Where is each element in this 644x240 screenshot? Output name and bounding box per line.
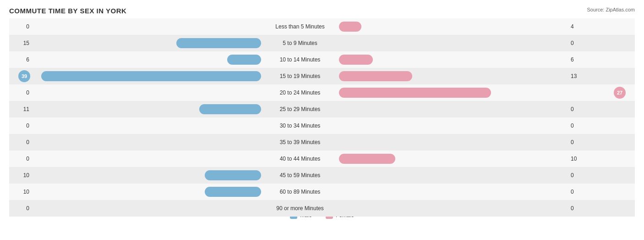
female-bar (339, 88, 491, 98)
male-value: 10 (9, 189, 32, 195)
chart-container: COMMUTE TIME BY SEX IN YORK Source: ZipA… (0, 0, 644, 240)
female-bar-area (339, 71, 568, 81)
male-bubble: 39 (18, 70, 30, 82)
table-row: 0 35 to 39 Minutes 0 (9, 134, 635, 151)
female-bar-area (339, 22, 568, 32)
male-value: 15 (9, 40, 32, 46)
female-bar-area (339, 104, 568, 114)
row-label: 35 to 39 Minutes (261, 139, 339, 145)
male-value: 11 (9, 106, 32, 112)
table-row: 0 Less than 5 Minutes 4 (9, 18, 635, 35)
female-value: 0 (568, 172, 591, 179)
male-bar (41, 71, 261, 81)
row-label: 10 to 14 Minutes (261, 56, 339, 63)
female-bar-area (339, 121, 568, 131)
male-bar-area (32, 38, 261, 48)
female-bar-area (339, 154, 568, 164)
female-bar-area (339, 55, 568, 65)
female-bar (339, 71, 412, 81)
table-row: 0 40 to 44 Minutes 10 (9, 151, 635, 167)
female-value: 0 (568, 40, 591, 46)
female-bar-area (339, 170, 568, 180)
row-label: 5 to 9 Minutes (261, 40, 339, 46)
row-label: 40 to 44 Minutes (261, 156, 339, 162)
female-value: 13 (568, 73, 591, 79)
female-bar-area (339, 187, 568, 197)
female-bubble: 27 (614, 87, 626, 99)
male-bar-area (32, 121, 261, 131)
female-bar-area (339, 38, 568, 48)
male-value: 0 (9, 89, 32, 96)
male-bar-area (32, 203, 261, 213)
male-bar (176, 38, 261, 48)
female-value: 10 (568, 156, 591, 162)
male-value: 0 (9, 156, 32, 162)
female-bar (339, 55, 373, 65)
female-bar (339, 22, 361, 32)
female-bar-area (339, 137, 568, 147)
table-row: 0 30 to 34 Minutes 0 (9, 117, 635, 134)
male-value: 6 (9, 56, 32, 63)
male-bar (205, 187, 261, 197)
female-value: 0 (568, 123, 591, 129)
female-bar (339, 154, 395, 164)
row-label: 90 or more Minutes (261, 205, 339, 212)
male-bar-area (32, 22, 261, 32)
table-row: 10 60 to 89 Minutes 0 (9, 184, 635, 200)
row-label: 15 to 19 Minutes (261, 73, 339, 79)
male-bar-area: 39 (32, 71, 261, 81)
female-value: 4 (568, 23, 591, 30)
male-bar-area (32, 137, 261, 147)
male-bar-area (32, 104, 261, 114)
male-value: 10 (9, 172, 32, 179)
row-label: 20 to 24 Minutes (261, 89, 339, 96)
male-bar (205, 170, 261, 180)
female-value: 0 (568, 205, 591, 212)
row-label: 60 to 89 Minutes (261, 189, 339, 195)
male-bar-area (32, 55, 261, 65)
table-row: 0 90 or more Minutes 0 (9, 200, 635, 217)
chart-title: COMMUTE TIME BY SEX IN YORK (9, 7, 635, 15)
row-label: Less than 5 Minutes (261, 23, 339, 30)
male-value: 0 (9, 123, 32, 129)
male-bar-area (32, 154, 261, 164)
female-value: 0 (568, 139, 591, 145)
male-value: 0 (9, 139, 32, 145)
table-row: 6 10 to 14 Minutes 6 (9, 51, 635, 68)
table-row: 0 20 to 24 Minutes 27 (9, 84, 635, 101)
male-bar-area (32, 170, 261, 180)
female-value: 0 (568, 189, 591, 195)
male-bar-area (32, 88, 261, 98)
female-bar-area (339, 203, 568, 213)
male-bar (199, 104, 261, 114)
source-label: Source: ZipAtlas.com (587, 7, 635, 12)
male-value: 0 (9, 23, 32, 30)
male-bar (227, 55, 261, 65)
row-label: 30 to 34 Minutes (261, 123, 339, 129)
male-value: 0 (9, 205, 32, 212)
female-value: 0 (568, 106, 591, 112)
table-row: 11 25 to 29 Minutes 0 (9, 101, 635, 117)
chart-area: 0 Less than 5 Minutes 4 15 5 to 9 Minute… (9, 18, 635, 208)
table-row: 10 45 to 59 Minutes 0 (9, 167, 635, 184)
row-label: 25 to 29 Minutes (261, 106, 339, 112)
male-bar-area (32, 187, 261, 197)
female-value: 6 (568, 56, 591, 63)
female-bar-area: 27 (339, 88, 568, 98)
row-label: 45 to 59 Minutes (261, 172, 339, 179)
table-row: 15 5 to 9 Minutes 0 (9, 35, 635, 51)
table-row: 39 15 to 19 Minutes 13 (9, 68, 635, 84)
